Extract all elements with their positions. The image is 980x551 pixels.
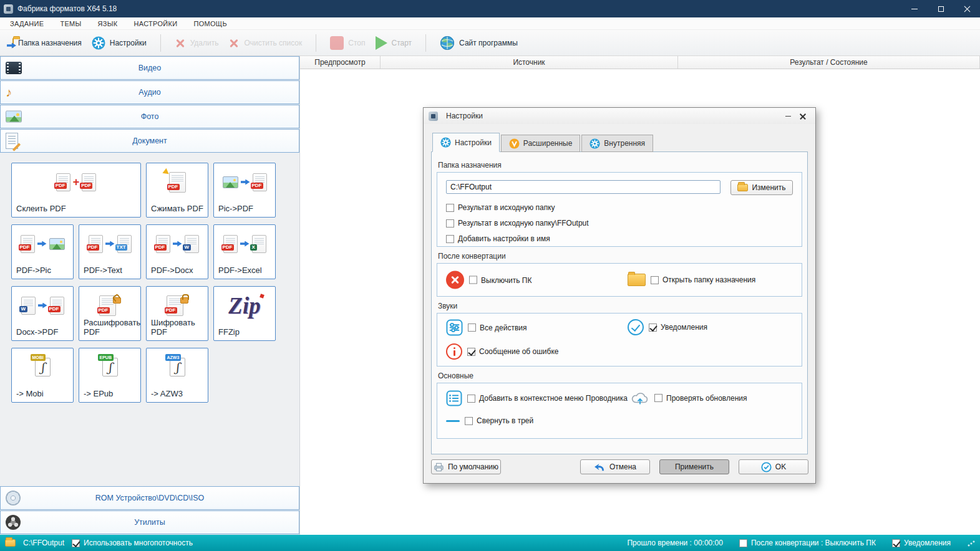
checkbox-box: [651, 276, 659, 284]
dialog-titlebar[interactable]: Настройки: [424, 108, 815, 124]
ok-button[interactable]: OK: [739, 459, 808, 474]
tool-to-epub[interactable]: -> EPub: [79, 348, 141, 403]
app-icon: [4, 4, 13, 14]
checkbox-output-to-source-ffoutput[interactable]: Результат в исходную папку\FFOutput: [446, 219, 589, 228]
after-conversion-section: Выключить ПК Открыть папку назначения: [437, 263, 802, 297]
pdf-to-docx-icon: [150, 228, 205, 259]
tool-pdf-to-text[interactable]: PDF->Text: [79, 224, 141, 279]
folder-icon: [737, 184, 748, 191]
checkbox-all-actions[interactable]: Все действия: [468, 323, 526, 332]
checkbox-output-to-source[interactable]: Результат в исходную папку: [446, 203, 555, 212]
tab-advanced[interactable]: Расширенные: [501, 135, 581, 152]
checkbox-open-destination-folder[interactable]: Открыть папку назначения: [651, 276, 755, 284]
toolbar-website-button[interactable]: Сайт программы: [435, 33, 523, 53]
settings-dialog: Настройки Настройки Расширенные Внутренн…: [423, 107, 816, 484]
maximize-button[interactable]: [928, 0, 954, 17]
column-preview[interactable]: Предпросмотр: [300, 56, 381, 69]
toolbar-destination-folder-button[interactable]: Папка назначения: [7, 36, 87, 50]
globe-icon: [440, 36, 455, 50]
minimize-button[interactable]: [901, 0, 928, 17]
clear-list-icon: [228, 37, 240, 49]
tool-to-azw3[interactable]: -> AZW3: [146, 348, 208, 403]
file-list-header: Предпросмотр Источник Результат / Состоя…: [300, 56, 980, 69]
sidebar-item-video[interactable]: Видео: [0, 56, 299, 80]
tool-pic-to-pdf[interactable]: Pic->PDF: [213, 163, 276, 218]
tool-to-mobi[interactable]: -> Mobi: [11, 348, 74, 403]
tool-pdf-to-excel[interactable]: PDF->Excel: [213, 224, 276, 279]
general-section: Добавить в контекстное меню Проводника П…: [437, 383, 802, 439]
docx-to-pdf-icon: [15, 290, 70, 321]
elapsed-time: Прошло времени : 00:00:00: [627, 539, 722, 547]
sidebar-item-rom-device[interactable]: ROM Устройство\DVD\CD\ISO: [0, 486, 299, 510]
document-icon: [6, 133, 18, 149]
sidebar-item-photo[interactable]: Фото: [0, 105, 299, 128]
tool-merge-pdf[interactable]: Склеить PDF: [11, 163, 141, 218]
dialog-close-button[interactable]: [795, 110, 810, 122]
checkbox-box: [467, 348, 475, 356]
sidebar-item-document[interactable]: Документ: [0, 129, 299, 153]
checkbox-box: [467, 395, 475, 403]
change-folder-button[interactable]: Изменить: [730, 180, 793, 195]
checkbox-explorer-context-menu[interactable]: Добавить в контекстное меню Проводника: [467, 394, 628, 403]
sidebar-item-utilities[interactable]: Утилиты: [0, 510, 299, 534]
toolbar-start-button[interactable]: Старт: [371, 34, 417, 52]
default-button[interactable]: По умолчанию: [431, 459, 501, 474]
checkbox-box: [649, 323, 657, 332]
shutdown-icon: [446, 271, 464, 289]
tool-compress-pdf[interactable]: Сжимать PDF: [146, 163, 208, 218]
toolbar-separator: [316, 34, 316, 52]
tab-settings[interactable]: Настройки: [432, 133, 500, 152]
column-source[interactable]: Источник: [381, 56, 678, 69]
tool-encrypt-pdf[interactable]: Шифровать PDF: [146, 286, 208, 341]
tool-ffzip[interactable]: FFZip: [213, 286, 276, 341]
toolbar-settings-button[interactable]: Настройки: [87, 34, 152, 52]
checkbox-shutdown-after-conversion[interactable]: После конвертации : Выключить ПК: [739, 539, 876, 547]
checkbox-notifications[interactable]: Уведомления: [649, 323, 707, 332]
statusbar-right: Прошло времени : 00:00:00 После конверта…: [627, 539, 975, 547]
menu-settings[interactable]: НАСТРОЙКИ: [134, 20, 178, 27]
toolbar: Папка назначения Настройки Удалить Очист…: [0, 30, 980, 56]
dialog-minimize-button[interactable]: [780, 110, 795, 122]
close-button[interactable]: [954, 0, 980, 17]
gear-icon: [589, 138, 600, 149]
all-actions-group: Все действия: [446, 319, 526, 336]
tool-docx-to-pdf[interactable]: Docx->PDF: [11, 286, 74, 341]
pdf-to-excel-icon: [217, 228, 272, 259]
checkbox-box: [892, 539, 900, 547]
checkbox-statusbar-notifications[interactable]: Уведомления: [892, 539, 951, 547]
titlebar[interactable]: Фабрика форматов X64 5.18: [0, 0, 980, 17]
checkbox-box: [446, 204, 454, 212]
info-circle-icon: [446, 343, 462, 360]
ok-check-icon: [761, 462, 772, 472]
menu-help[interactable]: ПОМОЩЬ: [193, 20, 227, 27]
tray-group: Свернуть в трей: [446, 416, 533, 425]
sounds-section: Все действия Уведомления Сообщение об ош…: [437, 313, 802, 367]
menu-language[interactable]: ЯЗЫК: [98, 20, 118, 27]
tool-pdf-to-pic[interactable]: PDF->Pic: [11, 224, 74, 279]
menubar: ЗАДАНИЕ ТЕМЫ ЯЗЫК НАСТРОЙКИ ПОМОЩЬ: [0, 17, 980, 30]
document-tools-grid: Склеить PDF Сжимать PDF Pic->PDF PDF->Pi…: [0, 153, 299, 403]
merge-pdf-icon: [15, 166, 137, 198]
checkbox-shutdown-pc[interactable]: Выключить ПК: [469, 276, 531, 284]
tool-decrypt-pdf[interactable]: Расшифровать PDF: [79, 286, 141, 341]
checkbox-multithreading[interactable]: Использовать многопоточность: [72, 539, 193, 547]
destination-path-input[interactable]: [446, 180, 720, 194]
section-title-after-conversion: После конвертации: [438, 252, 801, 261]
tab-internal[interactable]: Внутренняя: [581, 135, 653, 152]
disc-icon: [6, 491, 21, 505]
sidebar-item-audio[interactable]: Аудио: [0, 80, 299, 104]
apply-button[interactable]: Применить: [659, 459, 729, 474]
cancel-button[interactable]: Отмена: [580, 459, 650, 474]
checkbox-error-message[interactable]: Сообщение об ошибке: [467, 347, 558, 356]
column-result[interactable]: Результат / Состояние: [678, 56, 980, 69]
menu-themes[interactable]: ТЕМЫ: [60, 20, 81, 27]
checkbox-box: [72, 539, 80, 547]
checkbox-append-settings-to-name[interactable]: Добавить настройки в имя: [446, 234, 550, 243]
notifications-group: Уведомления: [628, 319, 707, 335]
menu-task[interactable]: ЗАДАНИЕ: [10, 20, 44, 27]
checkbox-minimize-to-tray[interactable]: Свернуть в трей: [465, 416, 533, 425]
statusbar-path[interactable]: C:\FFOutput: [23, 539, 64, 547]
section-title-destination: Папка назначения: [438, 161, 801, 170]
tool-pdf-to-docx[interactable]: PDF->Docx: [146, 224, 208, 279]
checkbox-check-updates[interactable]: Проверять обновления: [654, 394, 747, 403]
